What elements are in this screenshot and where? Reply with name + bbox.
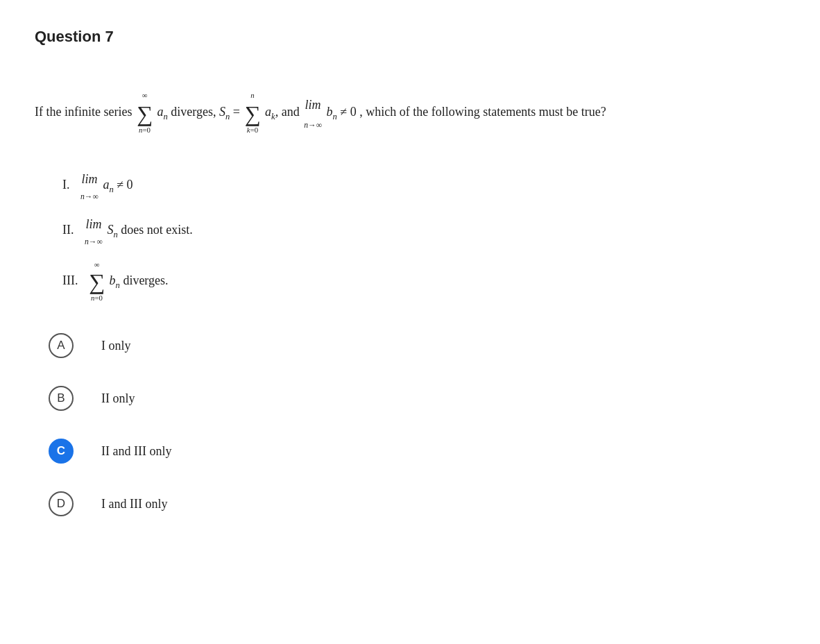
- question-title: Question 7: [35, 28, 785, 46]
- statement-I: I. lim n→∞ an ≠ 0: [62, 167, 785, 205]
- option-C-label: II and III only: [101, 444, 171, 459]
- option-C[interactable]: C II and III only: [49, 439, 785, 464]
- statement-III: III. ∞ ∑ n=0 bn diverges.: [62, 257, 785, 306]
- option-D-label: I and III only: [101, 497, 167, 511]
- statement-II: II. lim n→∞ Sn does not exist.: [62, 212, 785, 250]
- answer-options: A I only B II only C II and III only D I…: [49, 333, 785, 516]
- option-A-circle[interactable]: A: [49, 333, 74, 358]
- option-B[interactable]: B II only: [49, 386, 785, 411]
- option-B-circle[interactable]: B: [49, 386, 74, 411]
- option-D[interactable]: D I and III only: [49, 491, 785, 516]
- limit-bn: lim n→∞: [304, 92, 322, 134]
- sum-series-bn: ∞ ∑ n=0: [89, 257, 105, 306]
- option-B-label: II only: [101, 391, 135, 406]
- option-D-circle[interactable]: D: [49, 491, 74, 516]
- statements-list: I. lim n→∞ an ≠ 0 II. lim n→∞ Sn does no…: [62, 167, 785, 305]
- sum-series-2: n ∑ k=0: [244, 87, 260, 139]
- option-C-circle[interactable]: C: [49, 439, 74, 464]
- option-A[interactable]: A I only: [49, 333, 785, 358]
- question-text: If the infinite series ∞ ∑ n=0 an diverg…: [35, 87, 785, 139]
- sum-series-1: ∞ ∑ n=0: [137, 87, 153, 139]
- option-A-label: I only: [101, 339, 131, 353]
